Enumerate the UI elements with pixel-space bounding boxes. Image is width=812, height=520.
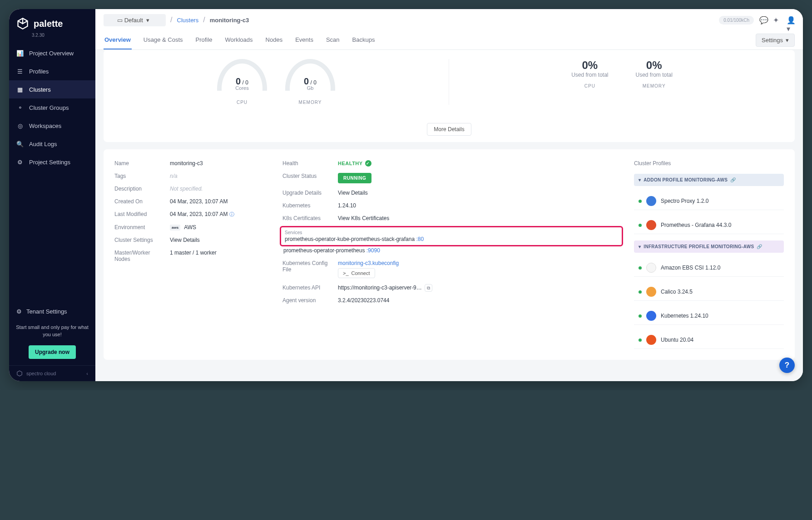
tab-nodes[interactable]: Nodes <box>265 31 284 49</box>
gear-icon: ⚙ <box>16 158 24 166</box>
search-icon: 🔍 <box>16 140 24 147</box>
status-dot-icon <box>639 314 642 318</box>
copy-icon[interactable]: ⧉ <box>425 284 432 292</box>
status-dot-icon <box>639 290 642 294</box>
tabs: Overview Usage & Costs Profile Workloads… <box>104 31 376 49</box>
kubeconfig-link[interactable]: monitoring-c3.kubeconfig <box>338 260 399 266</box>
tab-scan[interactable]: Scan <box>325 31 341 49</box>
created-on: 04 Mar, 2023, 10:07 AM <box>170 198 228 205</box>
profile-item-ubuntu[interactable]: Ubuntu 20.04 <box>634 331 784 349</box>
pack-icon <box>646 311 656 321</box>
tab-events[interactable]: Events <box>294 31 314 49</box>
help-fab[interactable]: ? <box>779 358 795 373</box>
settings-button[interactable]: Settings▾ <box>756 34 795 47</box>
app-version: 3.2.30 <box>9 32 95 44</box>
topbar: ▭ Default ▾ / Clusters / monitoring-c3 0… <box>95 9 803 50</box>
chevron-down-icon: ▾ <box>786 37 789 44</box>
last-modified: 04 Mar, 2023, 10:07 AMⓘ <box>170 211 234 218</box>
status-dot-icon <box>639 266 642 270</box>
user-menu-icon[interactable]: 👤▾ <box>787 16 795 24</box>
aws-icon: aws <box>170 225 180 231</box>
upgrade-button[interactable]: Upgrade now <box>29 345 76 359</box>
main: ▭ Default ▾ / Clusters / monitoring-c3 0… <box>95 9 803 381</box>
sidebar-item-profiles[interactable]: ☰Profiles <box>9 62 95 80</box>
target-icon: ◎ <box>16 122 24 129</box>
cluster-settings-link[interactable]: View Details <box>170 237 200 243</box>
cluster-description: Not specified. <box>170 186 203 192</box>
cluster-tags: n/a <box>170 173 178 179</box>
nodes-icon: ⚬ <box>16 104 24 111</box>
brand-logo: palette <box>9 9 95 32</box>
sidebar-item-tenant-settings[interactable]: ⚙Tenant Settings <box>9 303 95 320</box>
sidebar-footer: spectro cloud ‹ <box>9 365 95 381</box>
pack-icon <box>646 287 656 297</box>
gauge-memory: 0 / 0 Gb MEMORY <box>285 59 335 105</box>
sidebar-item-clusters[interactable]: ▦Clusters <box>9 80 95 98</box>
status-dot-icon <box>639 338 642 342</box>
profile-item-spectro-proxy[interactable]: Spectro Proxy 1.2.0 <box>634 192 784 210</box>
cluster-profiles-title: Cluster Profiles <box>634 160 784 167</box>
status-dot-icon <box>639 200 642 203</box>
service-grafana[interactable]: prometheus-operator-kube-prometheus-stac… <box>285 236 618 242</box>
tab-backups[interactable]: Backups <box>352 31 376 49</box>
chat-icon[interactable]: 💬 <box>759 16 767 24</box>
details-card: Namemonitoring-c3 Tagsn/a DescriptionNot… <box>104 149 795 360</box>
connect-button[interactable]: >_Connect <box>338 268 375 278</box>
link-icon: 🔗 <box>730 177 736 182</box>
sidebar-item-project-overview[interactable]: 📊Project Overview <box>9 44 95 62</box>
sidebar-item-cluster-groups[interactable]: ⚬Cluster Groups <box>9 98 95 117</box>
breadcrumb-current: monitoring-c3 <box>210 17 249 24</box>
service-prometheus[interactable]: prometheus-operator-prometheus :9090 <box>282 247 620 254</box>
profile-item-prometheus-grafana[interactable]: Prometheus - Grafana 44.3.0 <box>634 216 784 234</box>
promo-text: Start small and only pay for what you us… <box>9 320 95 342</box>
project-select[interactable]: ▭ Default ▾ <box>104 14 166 26</box>
sidebar-nav: 📊Project Overview ☰Profiles ▦Clusters ⚬C… <box>9 44 95 303</box>
tab-profile[interactable]: Profile <box>195 31 213 49</box>
chart-icon: 📊 <box>16 49 24 57</box>
check-icon: ✓ <box>365 160 371 167</box>
spectro-logo-icon <box>16 370 23 377</box>
svg-marker-1 <box>17 371 22 376</box>
kubernetes-version: 1.24.10 <box>338 202 356 209</box>
stack-icon: ☰ <box>16 68 24 75</box>
link-icon: 🔗 <box>757 244 762 249</box>
infra-profile-header[interactable]: ▾INFRASTRUCTURE PROFILE MONITORING-AWS🔗 <box>634 240 784 253</box>
agent-version: 3.2.4/20230223.0744 <box>338 297 389 304</box>
sidebar-item-audit-logs[interactable]: 🔍Audit Logs <box>9 135 95 153</box>
kubernetes-api: https://monitoring-c3-apiserver-9…⧉ <box>338 285 432 291</box>
status-badge: RUNNING <box>338 173 371 183</box>
services-highlight: Services prometheus-operator-kube-promet… <box>280 226 623 246</box>
terminal-icon: >_ <box>343 270 349 276</box>
sidebar-item-workspaces[interactable]: ◎Workspaces <box>9 117 95 135</box>
profile-item-amazon-ebs[interactable]: Amazon EBS CSI 1.12.0 <box>634 259 784 277</box>
addon-profile-header[interactable]: ▾ADDON PROFILE MONITORING-AWS🔗 <box>634 174 784 186</box>
collapse-icon[interactable]: ‹ <box>86 371 88 376</box>
sidebar: palette 3.2.30 📊Project Overview ☰Profil… <box>9 9 95 381</box>
info-icon[interactable]: ⓘ <box>229 211 234 217</box>
k8s-certificates-link[interactable]: View K8s Certificates <box>338 215 389 221</box>
pack-icon <box>646 263 656 273</box>
breadcrumb-clusters[interactable]: Clusters <box>177 17 199 24</box>
pack-icon <box>646 196 656 206</box>
master-worker-nodes: 1 master / 1 worker <box>170 250 217 256</box>
more-details-button[interactable]: More Details <box>427 123 471 136</box>
grid-icon: ▦ <box>16 86 24 93</box>
gear-top-icon[interactable]: ✦ <box>773 16 781 24</box>
tab-usage-costs[interactable]: Usage & Costs <box>143 31 184 49</box>
profile-item-calico[interactable]: Calico 3.24.5 <box>634 283 784 301</box>
profile-item-kubernetes[interactable]: Kubernetes 1.24.10 <box>634 307 784 325</box>
status-dot-icon <box>639 224 642 227</box>
pack-icon <box>646 335 656 345</box>
pct-cpu: 0% Used from total CPU <box>571 59 608 88</box>
palette-logo-icon <box>16 17 29 30</box>
sidebar-item-project-settings[interactable]: ⚙Project Settings <box>9 153 95 171</box>
sliders-icon: ⚙ <box>16 308 22 315</box>
pack-icon <box>646 220 656 230</box>
metrics-card: 0 / 0 Cores CPU 0 / 0 Gb MEMORY <box>104 50 795 142</box>
health-badge: HEALTHY✓ <box>338 160 371 167</box>
tab-overview[interactable]: Overview <box>104 31 132 49</box>
upgrade-details-link[interactable]: View Details <box>338 190 368 196</box>
pct-memory: 0% Used from total MEMORY <box>636 59 673 88</box>
tab-workloads[interactable]: Workloads <box>224 31 253 49</box>
brand-name: palette <box>34 19 63 29</box>
